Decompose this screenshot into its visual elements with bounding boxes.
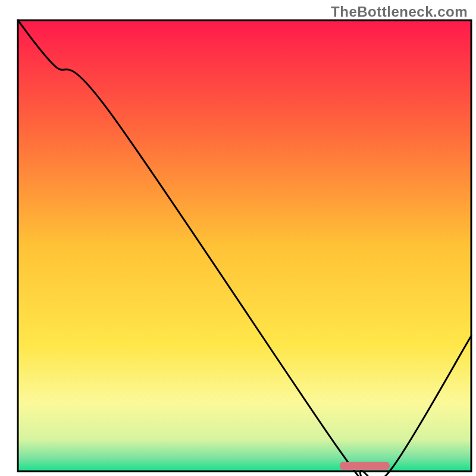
optimal-range-marker bbox=[340, 462, 390, 470]
watermark-text: TheBottleneck.com bbox=[331, 4, 468, 20]
chart-container: TheBottleneck.com bbox=[0, 0, 476, 476]
bottleneck-chart bbox=[0, 0, 476, 476]
plot-background bbox=[18, 20, 471, 471]
